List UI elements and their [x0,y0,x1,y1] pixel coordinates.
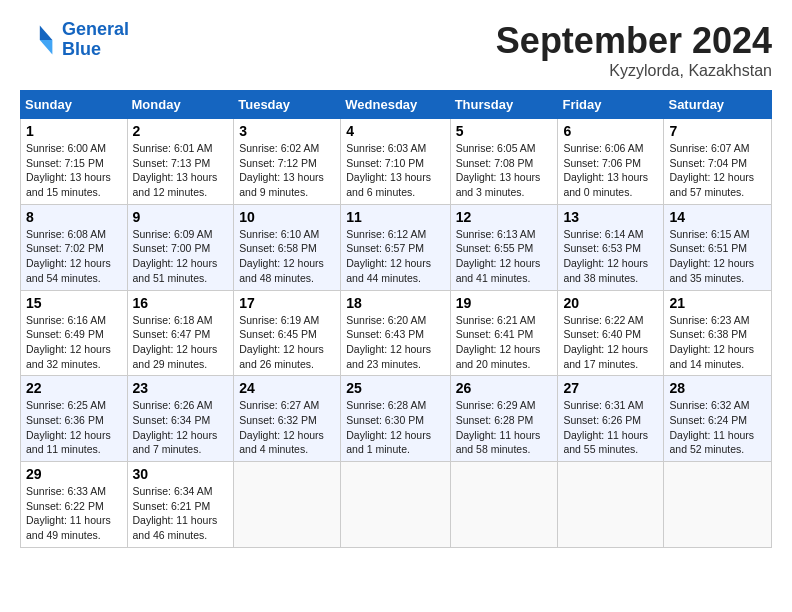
day-number-15: 15 [26,295,122,311]
day-cell-18: 18 Sunrise: 6:20 AM Sunset: 6:43 PM Dayl… [341,290,450,376]
location-title: Kyzylorda, Kazakhstan [496,62,772,80]
day-info-30: Sunrise: 6:34 AM Sunset: 6:21 PM Dayligh… [133,484,229,543]
day-number-24: 24 [239,380,335,396]
day-cell-3: 3 Sunrise: 6:02 AM Sunset: 7:12 PM Dayli… [234,119,341,205]
header-thursday: Thursday [450,91,558,119]
day-cell-8: 8 Sunrise: 6:08 AM Sunset: 7:02 PM Dayli… [21,204,128,290]
day-info-7: Sunrise: 6:07 AM Sunset: 7:04 PM Dayligh… [669,141,766,200]
logo-text: General Blue [62,20,129,60]
svg-marker-1 [40,40,53,54]
day-number-29: 29 [26,466,122,482]
day-cell-29: 29 Sunrise: 6:33 AM Sunset: 6:22 PM Dayl… [21,462,128,548]
day-cell-21: 21 Sunrise: 6:23 AM Sunset: 6:38 PM Dayl… [664,290,772,376]
day-cell-30: 30 Sunrise: 6:34 AM Sunset: 6:21 PM Dayl… [127,462,234,548]
day-cell-22: 22 Sunrise: 6:25 AM Sunset: 6:36 PM Dayl… [21,376,128,462]
day-number-10: 10 [239,209,335,225]
header-wednesday: Wednesday [341,91,450,119]
day-number-2: 2 [133,123,229,139]
title-block: September 2024 Kyzylorda, Kazakhstan [496,20,772,80]
svg-marker-0 [40,25,53,39]
day-cell-23: 23 Sunrise: 6:26 AM Sunset: 6:34 PM Dayl… [127,376,234,462]
day-info-24: Sunrise: 6:27 AM Sunset: 6:32 PM Dayligh… [239,398,335,457]
week-row-3: 15 Sunrise: 6:16 AM Sunset: 6:49 PM Dayl… [21,290,772,376]
day-info-16: Sunrise: 6:18 AM Sunset: 6:47 PM Dayligh… [133,313,229,372]
day-cell-12: 12 Sunrise: 6:13 AM Sunset: 6:55 PM Dayl… [450,204,558,290]
header-tuesday: Tuesday [234,91,341,119]
day-number-21: 21 [669,295,766,311]
day-info-28: Sunrise: 6:32 AM Sunset: 6:24 PM Dayligh… [669,398,766,457]
day-info-17: Sunrise: 6:19 AM Sunset: 6:45 PM Dayligh… [239,313,335,372]
day-number-28: 28 [669,380,766,396]
day-info-23: Sunrise: 6:26 AM Sunset: 6:34 PM Dayligh… [133,398,229,457]
day-cell-2: 2 Sunrise: 6:01 AM Sunset: 7:13 PM Dayli… [127,119,234,205]
day-number-20: 20 [563,295,658,311]
day-info-14: Sunrise: 6:15 AM Sunset: 6:51 PM Dayligh… [669,227,766,286]
day-cell-27: 27 Sunrise: 6:31 AM Sunset: 6:26 PM Dayl… [558,376,664,462]
day-number-19: 19 [456,295,553,311]
day-number-9: 9 [133,209,229,225]
page-header: General Blue September 2024 Kyzylorda, K… [20,20,772,80]
day-cell-28: 28 Sunrise: 6:32 AM Sunset: 6:24 PM Dayl… [664,376,772,462]
day-info-20: Sunrise: 6:22 AM Sunset: 6:40 PM Dayligh… [563,313,658,372]
day-cell-17: 17 Sunrise: 6:19 AM Sunset: 6:45 PM Dayl… [234,290,341,376]
day-info-15: Sunrise: 6:16 AM Sunset: 6:49 PM Dayligh… [26,313,122,372]
day-info-6: Sunrise: 6:06 AM Sunset: 7:06 PM Dayligh… [563,141,658,200]
day-number-4: 4 [346,123,444,139]
week-row-2: 8 Sunrise: 6:08 AM Sunset: 7:02 PM Dayli… [21,204,772,290]
day-cell-1: 1 Sunrise: 6:00 AM Sunset: 7:15 PM Dayli… [21,119,128,205]
week-row-5: 29 Sunrise: 6:33 AM Sunset: 6:22 PM Dayl… [21,462,772,548]
logo: General Blue [20,20,129,60]
empty-cell [450,462,558,548]
day-info-25: Sunrise: 6:28 AM Sunset: 6:30 PM Dayligh… [346,398,444,457]
day-number-23: 23 [133,380,229,396]
header-saturday: Saturday [664,91,772,119]
day-info-27: Sunrise: 6:31 AM Sunset: 6:26 PM Dayligh… [563,398,658,457]
day-cell-15: 15 Sunrise: 6:16 AM Sunset: 6:49 PM Dayl… [21,290,128,376]
day-info-21: Sunrise: 6:23 AM Sunset: 6:38 PM Dayligh… [669,313,766,372]
day-info-9: Sunrise: 6:09 AM Sunset: 7:00 PM Dayligh… [133,227,229,286]
day-info-18: Sunrise: 6:20 AM Sunset: 6:43 PM Dayligh… [346,313,444,372]
day-cell-16: 16 Sunrise: 6:18 AM Sunset: 6:47 PM Dayl… [127,290,234,376]
day-number-14: 14 [669,209,766,225]
day-number-8: 8 [26,209,122,225]
day-number-18: 18 [346,295,444,311]
day-info-26: Sunrise: 6:29 AM Sunset: 6:28 PM Dayligh… [456,398,553,457]
day-info-12: Sunrise: 6:13 AM Sunset: 6:55 PM Dayligh… [456,227,553,286]
day-cell-10: 10 Sunrise: 6:10 AM Sunset: 6:58 PM Dayl… [234,204,341,290]
day-number-27: 27 [563,380,658,396]
day-number-11: 11 [346,209,444,225]
logo-icon [20,22,56,58]
day-cell-11: 11 Sunrise: 6:12 AM Sunset: 6:57 PM Dayl… [341,204,450,290]
day-cell-24: 24 Sunrise: 6:27 AM Sunset: 6:32 PM Dayl… [234,376,341,462]
header-friday: Friday [558,91,664,119]
day-cell-14: 14 Sunrise: 6:15 AM Sunset: 6:51 PM Dayl… [664,204,772,290]
empty-cell [234,462,341,548]
day-number-6: 6 [563,123,658,139]
month-title: September 2024 [496,20,772,62]
day-cell-19: 19 Sunrise: 6:21 AM Sunset: 6:41 PM Dayl… [450,290,558,376]
day-number-1: 1 [26,123,122,139]
day-number-30: 30 [133,466,229,482]
weekday-header-row: Sunday Monday Tuesday Wednesday Thursday… [21,91,772,119]
week-row-1: 1 Sunrise: 6:00 AM Sunset: 7:15 PM Dayli… [21,119,772,205]
day-cell-13: 13 Sunrise: 6:14 AM Sunset: 6:53 PM Dayl… [558,204,664,290]
day-info-22: Sunrise: 6:25 AM Sunset: 6:36 PM Dayligh… [26,398,122,457]
day-number-5: 5 [456,123,553,139]
empty-cell [664,462,772,548]
day-info-29: Sunrise: 6:33 AM Sunset: 6:22 PM Dayligh… [26,484,122,543]
week-row-4: 22 Sunrise: 6:25 AM Sunset: 6:36 PM Dayl… [21,376,772,462]
day-number-7: 7 [669,123,766,139]
day-info-19: Sunrise: 6:21 AM Sunset: 6:41 PM Dayligh… [456,313,553,372]
day-info-4: Sunrise: 6:03 AM Sunset: 7:10 PM Dayligh… [346,141,444,200]
day-cell-5: 5 Sunrise: 6:05 AM Sunset: 7:08 PM Dayli… [450,119,558,205]
day-info-1: Sunrise: 6:00 AM Sunset: 7:15 PM Dayligh… [26,141,122,200]
empty-cell [341,462,450,548]
day-info-3: Sunrise: 6:02 AM Sunset: 7:12 PM Dayligh… [239,141,335,200]
day-cell-20: 20 Sunrise: 6:22 AM Sunset: 6:40 PM Dayl… [558,290,664,376]
day-number-12: 12 [456,209,553,225]
day-cell-26: 26 Sunrise: 6:29 AM Sunset: 6:28 PM Dayl… [450,376,558,462]
day-cell-6: 6 Sunrise: 6:06 AM Sunset: 7:06 PM Dayli… [558,119,664,205]
day-info-2: Sunrise: 6:01 AM Sunset: 7:13 PM Dayligh… [133,141,229,200]
day-info-5: Sunrise: 6:05 AM Sunset: 7:08 PM Dayligh… [456,141,553,200]
day-number-3: 3 [239,123,335,139]
